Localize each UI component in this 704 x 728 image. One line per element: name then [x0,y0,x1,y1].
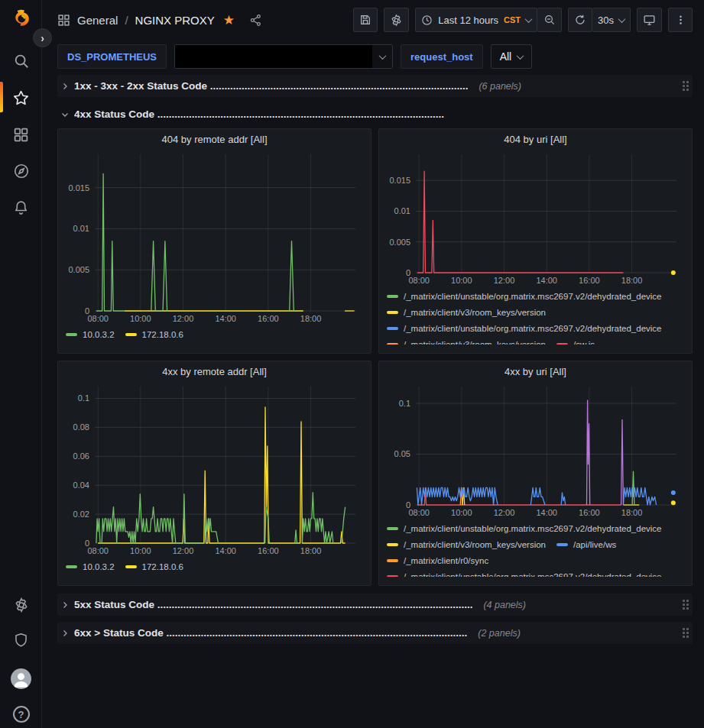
x-axis-tick-label: 16:00 [258,314,279,323]
series-line [561,493,566,505]
series-line [342,507,346,543]
row-drag-handle-icon[interactable] [683,628,689,638]
series-line [621,419,624,505]
variable-ds-prometheus-dropdown[interactable] [174,44,393,69]
breadcrumb-section[interactable]: General [77,14,118,27]
x-axis-tick-label: 08:00 [408,276,430,285]
panel-title[interactable]: 404 by remote addr [All] [58,129,371,149]
more-options-button[interactable] [668,8,693,32]
share-icon[interactable] [249,14,262,27]
explore-compass-icon [13,163,30,180]
chart-plot-area[interactable]: 00.020.040.060.080.108:0010:0012:0014:00… [58,381,371,557]
legend-item[interactable]: /_matrix/client/unstable/org.matrix.msc2… [387,320,662,336]
sidebar-item-starred[interactable] [0,85,42,111]
series-line [302,493,333,543]
legend-label: /api/live/ws [573,540,616,549]
row-5xx[interactable]: 5xx Status Code ........................… [57,594,693,616]
legend-item[interactable]: /_matrix/client/unstable/org.matrix.msc2… [387,568,662,577]
sidebar-expand-button[interactable]: › [33,28,52,47]
breadcrumb-dashboard-title[interactable]: NGINX PROXY [135,14,215,27]
series-line [96,173,125,311]
row-drag-handle-icon[interactable] [683,81,689,91]
time-range-picker[interactable]: Last 12 hours CST [415,8,537,32]
variable-label-request-host[interactable]: request_host [401,44,483,69]
sidebar-item-server-admin[interactable] [0,627,42,653]
y-axis-tick-label: 0.005 [68,265,89,274]
clock-icon [421,15,433,26]
variable-label-ds-prometheus[interactable]: DS_PROMETHEUS [57,44,167,69]
panel-legend: 10.0.3.2172.18.0.6 [58,325,371,346]
legend-item[interactable]: 172.18.0.6 [125,558,183,574]
legend-label: /_matrix/client/unstable/org.matrix.msc2… [404,524,662,533]
sidebar-item-alerting[interactable] [0,195,42,221]
legend-swatch-icon [387,527,398,530]
legend-item[interactable]: /_matrix/client/r0/sync [387,552,488,568]
chevron-down-icon [60,110,70,119]
panels-grid: 404 by remote addr [All]00.0050.010.0150… [57,128,693,586]
chevron-down-icon [525,15,533,23]
save-button[interactable] [353,8,378,32]
legend-label: /_matrix/client/unstable/org.matrix.msc2… [404,292,662,301]
legend-item[interactable]: /api/live/ws [556,536,616,552]
legend-swatch-icon [556,343,568,345]
chevron-right-icon [60,629,70,638]
row-1xx-3xx-2xx[interactable]: 1xx - 3xx - 2xx Status Code ............… [57,75,693,97]
y-axis-tick-label: 0.01 [73,224,89,233]
row-title: 1xx - 3xx - 2xx Status Code ............… [74,80,468,92]
legend-swatch-icon [556,543,568,546]
row-6xx[interactable]: 6xx > Status Code ......................… [57,622,693,644]
sidebar-item-explore[interactable] [0,158,42,184]
variable-request-host-dropdown[interactable]: All [491,44,533,69]
legend-item[interactable]: /_matrix/client/v3/room_keys/version [387,304,546,320]
grafana-logo[interactable] [0,6,42,32]
legend-label: /_matrix/client/v3/room_keys/version [404,340,546,345]
legend-item[interactable]: 172.18.0.6 [125,326,183,342]
dropdown-caret-zone [372,45,392,68]
x-axis-tick-label: 10:00 [451,508,472,517]
x-axis-tick-label: 14:00 [536,508,557,517]
dashboard-settings-button[interactable] [384,8,409,32]
dashboard-squares-icon[interactable] [57,14,70,27]
zoom-out-button[interactable] [537,8,562,32]
legend-label: 172.18.0.6 [142,330,183,339]
x-axis-tick-label: 08:00 [87,314,109,323]
cycle-view-mode-button[interactable] [637,8,662,32]
legend-swatch-icon [125,565,137,568]
legend-item[interactable]: /_matrix/client/unstable/org.matrix.msc2… [387,520,662,536]
sidebar-item-help[interactable]: ? [0,701,42,727]
legend-item[interactable]: /_matrix/client/v3/room_keys/version [387,336,546,345]
sidebar-item-configuration[interactable] [0,592,42,618]
x-axis-tick-label: 12:00 [494,508,515,517]
row-4xx[interactable]: 4xx Status Code ........................… [57,103,693,125]
panel-title[interactable]: 4xx by uri [All] [379,361,692,381]
toolbar: Last 12 hours CST 30s [353,8,693,32]
x-axis-tick-label: 18:00 [300,546,322,555]
search-icon[interactable] [0,48,42,74]
legend-swatch-icon [387,295,398,298]
series-end-dot [671,270,676,275]
chart-plot-area[interactable]: 00.050.108:0010:0012:0014:0016:0018:00 [379,381,692,519]
legend-item[interactable]: /_matrix/client/v3/room_keys/version [387,536,546,552]
x-axis-tick-label: 10:00 [451,276,472,285]
y-axis-tick-label: 0.015 [68,183,89,193]
panel-title[interactable]: 4xx by remote addr [All] [58,361,371,381]
legend-item[interactable]: 10.0.3.2 [66,326,115,342]
row-drag-handle-icon[interactable] [683,600,689,610]
refresh-button[interactable] [568,8,592,32]
person-icon [11,668,31,689]
series-line [295,530,297,543]
sidebar-item-profile[interactable] [0,665,42,691]
chevron-right-icon [60,600,70,610]
x-axis-tick-label: 16:00 [579,276,600,285]
chart-plot-area[interactable]: 00.0050.010.01508:0010:0012:0014:0016:00… [58,149,371,325]
legend-item[interactable]: 10.0.3.2 [66,558,115,574]
legend-item[interactable]: /sw.js [556,336,595,345]
legend-item[interactable]: /_matrix/client/unstable/org.matrix.msc2… [387,288,662,304]
panel-title[interactable]: 404 by uri [All] [379,129,692,149]
x-axis-tick-label: 12:00 [173,546,194,555]
sidebar-item-dashboards[interactable] [0,121,42,147]
kebab-menu-icon [675,14,686,26]
refresh-interval-dropdown[interactable]: 30s [592,8,631,32]
favorite-star-icon[interactable]: ★ [223,12,235,28]
chart-plot-area[interactable]: 00.0050.010.01508:0010:0012:0014:0016:00… [379,149,692,286]
